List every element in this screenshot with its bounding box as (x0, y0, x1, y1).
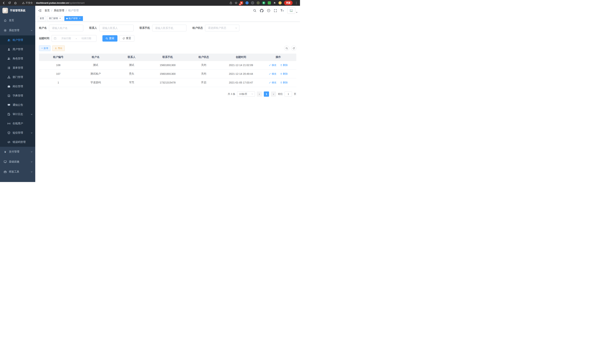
sidebar-item-label: 角色管理 (13, 57, 33, 60)
extension-icon-blue[interactable] (245, 1, 249, 4)
cell-status: 关闭 (186, 61, 222, 69)
extension-icon-green[interactable] (262, 1, 265, 4)
extensions-puzzle-icon[interactable] (273, 1, 276, 4)
breadcrumb-home[interactable]: 首页 (45, 9, 50, 12)
edit-button-label: 修改 (272, 81, 276, 84)
close-icon[interactable]: × (59, 17, 61, 20)
goto-page-input[interactable] (285, 92, 292, 97)
home-icon[interactable] (14, 1, 17, 4)
delete-button[interactable]: 删除 (280, 72, 288, 75)
field-label: 创建时间 (39, 37, 49, 40)
sidebar-item-tenant[interactable]: 租户管理 (0, 36, 35, 45)
extension-icon-olive[interactable] (257, 1, 260, 4)
edit-button[interactable]: 修改 (269, 81, 276, 84)
font-size-large: T (281, 9, 282, 12)
date-range-picker[interactable]: 开始日期 - 结束日期 (52, 35, 96, 42)
github-icon[interactable] (260, 9, 263, 12)
tab-tenant[interactable]: 租户管理 × (64, 16, 83, 21)
table-row: 1 芋道源码 芋艿 17321315478 开启 2021-01-05 17:0… (39, 78, 296, 87)
add-button[interactable]: + 新增 (39, 46, 50, 51)
sidebar-item-dict[interactable]: 字典管理 (0, 91, 35, 100)
prev-page-button[interactable]: ‹ (257, 92, 262, 97)
close-icon[interactable]: × (78, 17, 81, 20)
online-signal-icon (7, 122, 10, 125)
cell-actions: 修改 删除 (260, 78, 296, 87)
reload-icon[interactable] (8, 1, 11, 4)
breadcrumb: 首页 / 系统管理 / 租户管理 (45, 9, 79, 12)
breadcrumb-system[interactable]: 系统管理 (54, 9, 64, 12)
goto-label: 前往 (278, 92, 283, 96)
status-select[interactable]: 请选择租户状态 (205, 25, 239, 31)
sidebar-item-post[interactable]: 岗位管理 (0, 82, 35, 91)
tenant-name-input[interactable] (49, 25, 83, 31)
fullscreen-icon[interactable] (274, 9, 277, 12)
column-header-name: 租户名 (77, 54, 113, 61)
browser-menu-icon[interactable]: ⋮ (295, 1, 298, 4)
tab-dept[interactable]: 部门管理 × (47, 16, 63, 21)
sidebar-item-user[interactable]: 用户管理 (0, 45, 35, 54)
delete-button[interactable]: 删除 (280, 64, 288, 67)
sidebar-item-label: 基础设施 (9, 160, 28, 163)
edit-pencil-icon (269, 64, 271, 66)
edit-button[interactable]: 修改 (269, 72, 276, 75)
sidebar-item-home[interactable]: 首页 (0, 15, 35, 25)
sidebar-item-notice[interactable]: 通知公告 (0, 100, 35, 110)
delete-button[interactable]: 删除 (280, 81, 288, 84)
sidebar-item-system[interactable]: 系统管理 (0, 25, 35, 36)
security-warning[interactable]: 不安全 (22, 1, 33, 5)
sidebar-toggle-icon[interactable] (38, 9, 42, 12)
share-icon[interactable] (229, 1, 232, 4)
sidebar-item-audit-log[interactable]: 审计日志 (0, 110, 35, 119)
extension-icon-green-square[interactable] (268, 1, 271, 4)
sidebar-item-payment[interactable]: ¥ 支付管理 (0, 147, 35, 157)
sidebar-item-online-users[interactable]: 在线用户 (0, 119, 35, 128)
reset-button[interactable]: 重置 (119, 35, 134, 42)
address-bar[interactable]: 不安全 dashboard.yudao.iocoder.cn/system/te… (22, 1, 84, 5)
help-icon[interactable]: ? (267, 9, 270, 12)
chevron-down-icon (31, 132, 33, 134)
trash-icon (280, 64, 282, 66)
search-button-label: 搜索 (109, 37, 114, 40)
sidebar-item-infrastructure[interactable]: 基础设施 (0, 157, 35, 167)
chrome-update-button[interactable]: 更新 (284, 0, 293, 5)
extension-icon-dark[interactable] (251, 1, 254, 4)
page-number-button[interactable]: 1 (264, 92, 269, 97)
tab-home[interactable]: 首页 (38, 16, 46, 21)
browser-chrome: 不安全 dashboard.yudao.iocoder.cn/system/te… (0, 0, 300, 6)
filter-create-time: 创建时间 开始日期 - 结束日期 (39, 35, 96, 42)
breadcrumb-separator: / (51, 9, 52, 12)
sidebar-item-dev-tools[interactable]: 研发工具 (0, 167, 35, 177)
refresh-table-button[interactable] (291, 46, 296, 51)
extension-icon-inner (241, 2, 242, 3)
sidebar-item-label: 短信管理 (13, 131, 28, 134)
next-page-button[interactable]: › (271, 92, 276, 97)
browser-profile-avatar[interactable] (279, 1, 282, 4)
bookmark-star-icon[interactable] (235, 1, 237, 4)
sidebar-item-menu[interactable]: 菜单管理 (0, 63, 35, 73)
yen-icon: ¥ (4, 150, 7, 153)
export-button[interactable]: 导出 (52, 46, 65, 51)
font-size-icon[interactable]: T T (281, 9, 284, 12)
extension-icon-adblock[interactable]: 10 (240, 1, 243, 4)
chevron-down-icon (31, 161, 33, 163)
edit-button[interactable]: 修改 (269, 64, 276, 67)
gear-icon (4, 29, 7, 32)
download-icon (55, 47, 57, 49)
page-size-select[interactable]: 10条/页 (237, 92, 255, 97)
back-icon[interactable] (2, 1, 5, 4)
phone-input[interactable] (152, 25, 187, 31)
header-search-icon[interactable] (253, 9, 256, 12)
sidebar-item-role[interactable]: 角色管理 (0, 54, 35, 63)
sidebar-item-error-code[interactable]: 错误码管理 (0, 138, 35, 147)
sidebar-item-sms[interactable]: 短信管理 (0, 128, 35, 138)
toggle-search-button[interactable] (284, 46, 289, 51)
app-logo[interactable]: 芋道管理系统 (0, 6, 35, 15)
sidebar-item-dept[interactable]: 部门管理 (0, 73, 35, 82)
main-panel: 首页 / 系统管理 / 租户管理 ? T (35, 6, 300, 182)
user-avatar-menu[interactable]: ▾ (287, 7, 297, 14)
delete-button-label: 删除 (283, 64, 288, 67)
search-button[interactable]: 搜索 (103, 35, 117, 42)
contact-input[interactable] (99, 25, 134, 31)
filter-contact: 联系人 (89, 25, 134, 31)
cell-created: 2021-12-14 21:02:09 (222, 61, 260, 69)
